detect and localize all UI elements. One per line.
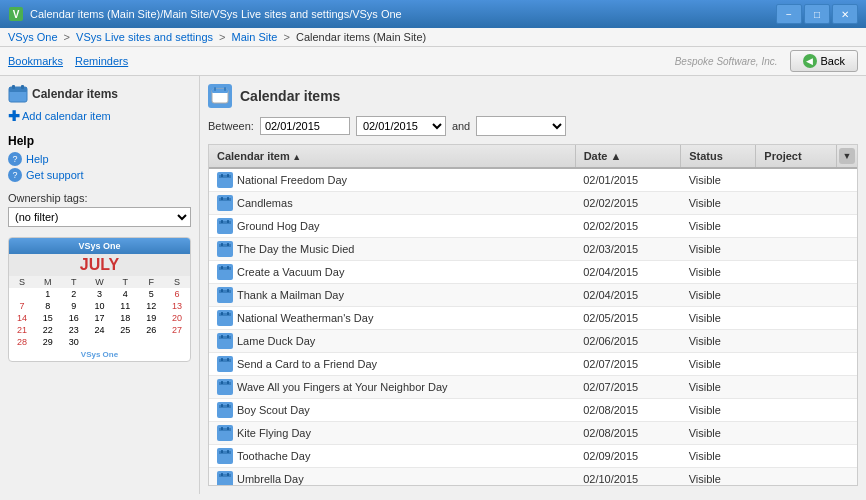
row-calendar-icon xyxy=(217,448,233,464)
table-row[interactable]: Candlemas02/02/2015Visible xyxy=(209,192,857,215)
svg-rect-16 xyxy=(221,197,223,200)
svg-rect-8 xyxy=(214,87,216,91)
svg-rect-17 xyxy=(227,197,229,200)
date-dropdown[interactable]: 02/01/2015 xyxy=(356,116,446,136)
svg-rect-20 xyxy=(221,220,223,223)
cell-item-name: The Day the Music Died xyxy=(209,238,575,261)
cell-date: 02/10/2015 xyxy=(575,468,681,487)
row-calendar-icon xyxy=(217,333,233,349)
row-calendar-icon xyxy=(217,425,233,441)
table-row[interactable]: Wave All you Fingers at Your Neighbor Da… xyxy=(209,376,857,399)
table-container: Calendar item Date ▲ Status Project ▼ Na… xyxy=(208,144,858,486)
cell-status: Visible xyxy=(681,307,756,330)
cell-item-name: Kite Flying Day xyxy=(209,422,575,445)
ownership-select[interactable]: (no filter) xyxy=(8,207,191,227)
svg-rect-61 xyxy=(227,450,229,453)
bespoke-label: Bespoke Software, Inc. xyxy=(675,56,778,67)
table-row[interactable]: Lame Duck Day02/06/2015Visible xyxy=(209,330,857,353)
calendar-month: JULY xyxy=(9,254,190,276)
cell-status: Visible xyxy=(681,399,756,422)
row-calendar-icon xyxy=(217,241,233,257)
svg-rect-4 xyxy=(12,85,15,89)
breadcrumb-vsys-one[interactable]: VSys One xyxy=(8,31,58,43)
cell-project xyxy=(756,445,837,468)
cell-status: Visible xyxy=(681,261,756,284)
cell-project xyxy=(756,399,837,422)
breadcrumb-live-sites[interactable]: VSys Live sites and settings xyxy=(76,31,213,43)
row-calendar-icon xyxy=(217,310,233,326)
help-title: Help xyxy=(8,134,191,148)
add-icon: ✚ xyxy=(8,108,20,124)
table-row[interactable]: National Weatherman's Day02/05/2015Visib… xyxy=(209,307,857,330)
svg-rect-35 xyxy=(219,313,231,316)
svg-rect-39 xyxy=(219,336,231,339)
cell-status: Visible xyxy=(681,353,756,376)
table-row[interactable]: Kite Flying Day02/08/2015Visible xyxy=(209,422,857,445)
table-row[interactable]: Umbrella Day02/10/2015Visible xyxy=(209,468,857,487)
cell-status: Visible xyxy=(681,284,756,307)
svg-rect-32 xyxy=(221,289,223,292)
row-calendar-icon xyxy=(217,172,233,188)
cell-status: Visible xyxy=(681,422,756,445)
svg-rect-37 xyxy=(227,312,229,315)
calendar-days: 123456 78910111213 14151617181920 212223… xyxy=(9,288,190,348)
svg-rect-59 xyxy=(219,451,231,454)
table-row[interactable]: Send a Card to a Friend Day02/07/2015Vis… xyxy=(209,353,857,376)
reminders-link[interactable]: Reminders xyxy=(75,55,128,67)
cell-status: Visible xyxy=(681,445,756,468)
cell-date: 02/04/2015 xyxy=(575,261,681,284)
col-header-status[interactable]: Status xyxy=(681,145,756,168)
table-row[interactable]: Toothache Day02/09/2015Visible xyxy=(209,445,857,468)
support-link[interactable]: ? Get support xyxy=(8,168,191,182)
svg-rect-63 xyxy=(219,474,231,477)
table-row[interactable]: National Freedom Day02/01/2015Visible xyxy=(209,168,857,192)
calendar-table: Calendar item Date ▲ Status Project ▼ Na… xyxy=(209,145,857,486)
date-to-dropdown[interactable] xyxy=(476,116,566,136)
row-calendar-icon xyxy=(217,287,233,303)
cell-project xyxy=(756,468,837,487)
table-row[interactable]: The Day the Music Died02/03/2015Visible xyxy=(209,238,857,261)
cell-date: 02/03/2015 xyxy=(575,238,681,261)
back-button[interactable]: ◀ Back xyxy=(790,50,858,72)
bookmarks-link[interactable]: Bookmarks xyxy=(8,55,63,67)
col-header-item[interactable]: Calendar item xyxy=(209,145,575,168)
svg-rect-33 xyxy=(227,289,229,292)
table-row[interactable]: Ground Hog Day02/02/2015Visible xyxy=(209,215,857,238)
cell-status: Visible xyxy=(681,215,756,238)
svg-rect-11 xyxy=(219,175,231,178)
calendar-section-icon xyxy=(8,84,28,104)
row-calendar-icon xyxy=(217,471,233,486)
breadcrumb-main-site[interactable]: Main Site xyxy=(232,31,278,43)
support-icon: ? xyxy=(8,168,22,182)
cell-project xyxy=(756,353,837,376)
svg-rect-27 xyxy=(219,267,231,270)
content-title: Calendar items xyxy=(240,88,340,104)
table-row[interactable]: Create a Vacuum Day02/04/2015Visible xyxy=(209,261,857,284)
filter-icon[interactable]: ▼ xyxy=(839,148,855,164)
row-calendar-icon xyxy=(217,379,233,395)
table-row[interactable]: Thank a Mailman Day02/04/2015Visible xyxy=(209,284,857,307)
close-button[interactable]: ✕ xyxy=(832,4,858,24)
cell-project xyxy=(756,422,837,445)
row-calendar-icon xyxy=(217,195,233,211)
help-section: Help ? Help ? Get support xyxy=(8,134,191,182)
minimize-button[interactable]: − xyxy=(776,4,802,24)
content-icon xyxy=(208,84,232,108)
table-header-row: Calendar item Date ▲ Status Project ▼ xyxy=(209,145,857,168)
svg-rect-48 xyxy=(221,381,223,384)
add-calendar-item-link[interactable]: ✚ Add calendar item xyxy=(8,108,191,124)
breadcrumb: VSys One > VSys Live sites and settings … xyxy=(0,28,866,47)
help-icon: ? xyxy=(8,152,22,166)
help-link[interactable]: ? Help xyxy=(8,152,191,166)
table-row[interactable]: Boy Scout Day02/08/2015Visible xyxy=(209,399,857,422)
maximize-button[interactable]: □ xyxy=(804,4,830,24)
svg-rect-13 xyxy=(227,174,229,177)
col-header-date[interactable]: Date ▲ xyxy=(575,145,681,168)
cell-date: 02/01/2015 xyxy=(575,168,681,192)
cell-date: 02/07/2015 xyxy=(575,376,681,399)
cell-item-name: National Weatherman's Day xyxy=(209,307,575,330)
title-bar-text: Calendar items (Main Site)/Main Site/VSy… xyxy=(30,8,776,20)
svg-rect-60 xyxy=(221,450,223,453)
date-from-input[interactable] xyxy=(260,117,350,135)
col-header-project[interactable]: Project xyxy=(756,145,837,168)
